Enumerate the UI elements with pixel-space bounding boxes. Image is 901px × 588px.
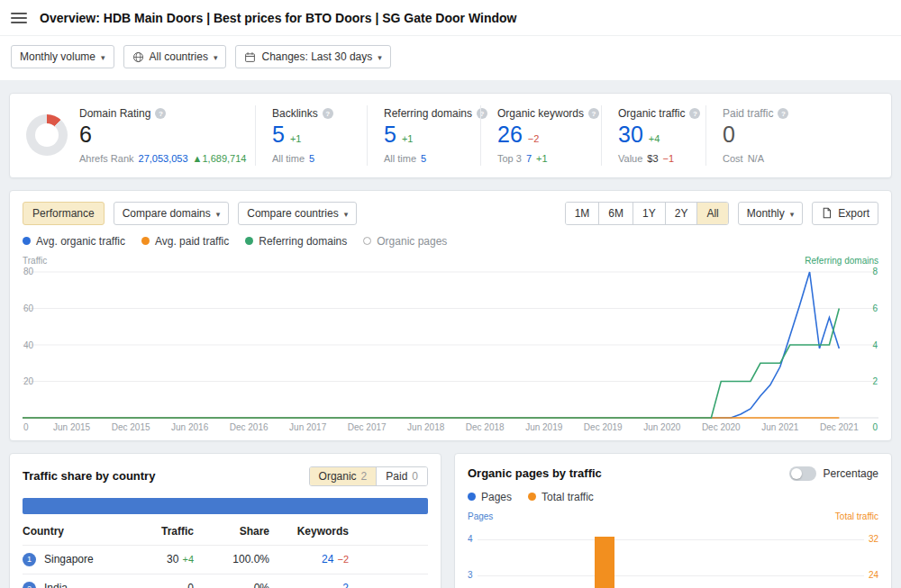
traffic-delta: +4 <box>182 554 194 565</box>
ahrefs-overview-page: Overview: HDB Main Doors | Best prices f… <box>0 0 901 588</box>
metric-label: Backlinks <box>272 107 350 120</box>
perf-legend-item[interactable]: Organic pages <box>363 235 447 248</box>
keywords-value[interactable]: 24 <box>322 553 333 565</box>
range-group: 1M6M1Y2YAll <box>565 202 729 225</box>
ahrefs-rank-label: Ahrefs Rank <box>79 153 134 164</box>
perf-legend-item[interactable]: Referring domains <box>245 235 347 248</box>
top3-label: Top 3 <box>497 153 522 164</box>
x-tick-label: Jun 2021 <box>761 422 798 432</box>
range-1y[interactable]: 1Y <box>633 203 665 224</box>
backlinks-number[interactable]: 5 <box>272 122 285 148</box>
legend-dot <box>141 237 150 245</box>
all-time-value[interactable]: 5 <box>421 153 426 164</box>
traffic-cell: 30+4 <box>123 553 194 565</box>
country-name: Singapore <box>44 553 94 565</box>
metric-label: Organic keywords <box>497 107 585 120</box>
traffic-share-card: Traffic share by country Organic 2 Paid … <box>9 453 441 588</box>
info-icon[interactable] <box>588 108 599 119</box>
paid-toggle-button[interactable]: Paid 0 <box>376 467 427 485</box>
top3-value[interactable]: 7 <box>526 153 532 164</box>
all-time-value[interactable]: 5 <box>309 153 314 164</box>
menu-icon[interactable] <box>11 13 27 23</box>
share-cell: 100.0% <box>194 553 269 565</box>
total-traffic-axis-title: Total traffic <box>835 511 878 521</box>
performance-chart[interactable]: 20406080 2468 <box>23 267 878 419</box>
organic-keywords-number[interactable]: 26 <box>497 122 523 148</box>
interval-label: Monthly <box>747 207 785 220</box>
ahrefs-rank-value[interactable]: 27,053,053 <box>139 153 188 164</box>
table-row[interactable]: 1Singapore30+4100.0%24−2 <box>23 546 428 574</box>
metric-paid-traffic: Paid traffic 0 Cost N/A <box>705 105 891 166</box>
interval-dropdown[interactable]: Monthly <box>738 202 804 225</box>
legend-dot <box>468 493 476 501</box>
metric-label: Referring domains <box>384 107 464 120</box>
x-tick-label: Dec 2017 <box>348 422 387 432</box>
tab-performance[interactable]: Performance <box>23 202 105 225</box>
export-label: Export <box>838 207 869 220</box>
percentage-toggle[interactable] <box>789 466 816 481</box>
compare-countries-label: Compare countries <box>247 207 338 220</box>
perf-legend-item[interactable]: Avg. paid traffic <box>141 235 229 248</box>
legend-dot <box>245 237 253 245</box>
organic-traffic-delta: +4 <box>649 133 660 144</box>
organic-keywords-value: 26 −2 <box>497 122 585 148</box>
chevron-down-icon <box>344 207 349 220</box>
ahrefs-rank-row: Ahrefs Rank 27,053,053 ▲1,689,714 <box>79 153 246 164</box>
organic-traffic-number[interactable]: 30 <box>618 122 643 148</box>
pages-tick-label: 4 <box>468 534 478 544</box>
organic-pages-title: Organic pages by traffic <box>468 466 602 480</box>
legend-label: Referring domains <box>259 235 347 248</box>
pages-legend-item[interactable]: Pages <box>468 491 512 503</box>
referring-domains-label: Referring domains <box>384 107 472 120</box>
info-icon[interactable] <box>155 108 166 119</box>
value-delta: −1 <box>663 153 675 164</box>
countries-dropdown[interactable]: All countries <box>123 45 227 68</box>
metric-label: Domain Rating <box>79 107 246 120</box>
column-header-share: Share <box>194 525 269 538</box>
range-1m[interactable]: 1M <box>566 203 599 224</box>
compare-domains-dropdown[interactable]: Compare domains <box>114 202 230 225</box>
globe-icon <box>132 51 144 63</box>
compare-countries-dropdown[interactable]: Compare countries <box>238 202 357 225</box>
total-traffic-bar[interactable] <box>595 537 614 588</box>
y-right-axis-title: Referring domains <box>805 256 878 266</box>
changes-dropdown[interactable]: Changes: Last 30 days <box>235 45 390 68</box>
range-2y[interactable]: 2Y <box>665 203 697 224</box>
organic-toggle-button[interactable]: Organic 2 <box>310 467 377 485</box>
info-icon[interactable] <box>778 108 788 119</box>
perf-legend: Avg. organic trafficAvg. paid trafficRef… <box>23 235 878 248</box>
table-row[interactable]: 2India00%2 <box>23 574 428 588</box>
chart-controls: 1M6M1Y2YAll Monthly Export <box>565 202 878 225</box>
top3-delta: +1 <box>536 153 548 164</box>
series-referring-domains <box>23 308 839 418</box>
legend-label: Organic pages <box>377 235 447 248</box>
export-button[interactable]: Export <box>812 202 878 225</box>
info-icon[interactable] <box>323 108 333 119</box>
x-tick-label: Dec 2020 <box>702 422 741 432</box>
chevron-down-icon <box>101 50 105 63</box>
total-traffic-tick-label: 32 <box>864 534 878 544</box>
range-all[interactable]: All <box>696 203 727 224</box>
x-tick-label: Jun 2019 <box>525 422 562 432</box>
info-icon[interactable] <box>689 108 700 119</box>
filter-bar: Monthly volume All countries Changes: La… <box>0 36 901 80</box>
monthly-volume-dropdown[interactable]: Monthly volume <box>11 45 114 68</box>
paid-count: 0 <box>412 470 418 483</box>
perf-legend-item[interactable]: Avg. organic traffic <box>23 235 125 248</box>
metric-label: Organic traffic <box>618 107 689 120</box>
pages-gridline: 432 <box>468 539 878 540</box>
referring-domains-sub: All time 5 <box>384 153 464 164</box>
pages-legend-item[interactable]: Total traffic <box>528 491 594 503</box>
x-tick-label: Dec 2015 <box>112 422 150 432</box>
value-label: Value <box>618 153 642 164</box>
performance-card: Performance Compare domains Compare coun… <box>9 190 892 441</box>
country-name: India <box>44 582 68 588</box>
keywords-value[interactable]: 2 <box>342 582 349 588</box>
traffic-value: 0 <box>187 582 194 588</box>
range-6m[interactable]: 6M <box>598 203 633 224</box>
chevron-down-icon <box>216 207 221 220</box>
pages-legend: PagesTotal traffic <box>468 491 878 503</box>
perf-chart-svg <box>23 267 878 419</box>
referring-domains-number[interactable]: 5 <box>384 122 396 148</box>
pages-plot[interactable]: 432324 <box>468 530 878 588</box>
